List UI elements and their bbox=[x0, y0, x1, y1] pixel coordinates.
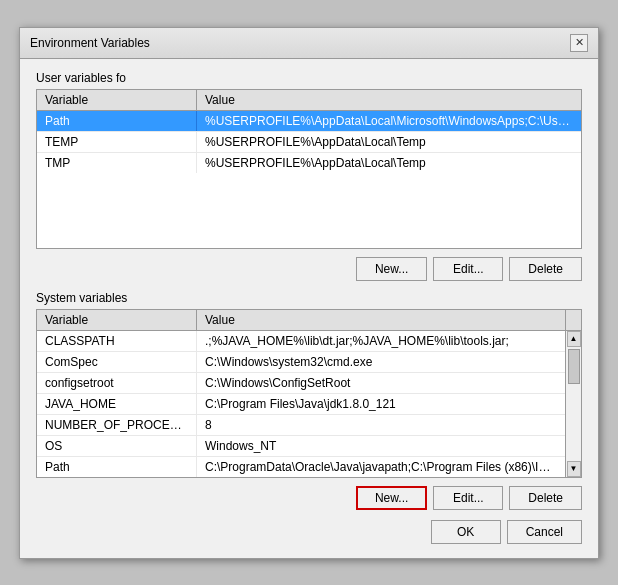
system-delete-button[interactable]: Delete bbox=[509, 486, 582, 510]
table-row[interactable]: TEMP %USERPROFILE%\AppData\Local\Temp bbox=[37, 132, 581, 153]
row-value: .;%JAVA_HOME%\lib\dt.jar;%JAVA_HOME%\lib… bbox=[197, 331, 565, 351]
row-value: %USERPROFILE%\AppData\Local\Temp bbox=[197, 153, 581, 173]
system-table-header: Variable Value bbox=[37, 310, 581, 331]
user-table-header: Variable Value bbox=[37, 90, 581, 111]
system-rows-container: CLASSPATH .;%JAVA_HOME%\lib\dt.jar;%JAVA… bbox=[37, 331, 565, 477]
row-variable: OS bbox=[37, 436, 197, 456]
row-value: C:\Windows\ConfigSetRoot bbox=[197, 373, 565, 393]
close-button[interactable]: ✕ bbox=[570, 34, 588, 52]
row-variable: TEMP bbox=[37, 132, 197, 152]
table-row[interactable]: ComSpec C:\Windows\system32\cmd.exe bbox=[37, 352, 565, 373]
system-button-row: New... Edit... Delete bbox=[36, 486, 582, 510]
row-variable: CLASSPATH bbox=[37, 331, 197, 351]
user-button-row: New... Edit... Delete bbox=[36, 257, 582, 281]
system-edit-button[interactable]: Edit... bbox=[433, 486, 503, 510]
row-value: %USERPROFILE%\AppData\Local\Temp bbox=[197, 132, 581, 152]
scrollbar-down-arrow[interactable]: ▼ bbox=[567, 461, 581, 477]
row-value: C:\Program Files\Java\jdk1.8.0_121 bbox=[197, 394, 565, 414]
system-variables-table: Variable Value CLASSPATH .;%JAVA_HOME%\l… bbox=[36, 309, 582, 478]
system-header-value: Value bbox=[197, 310, 565, 330]
row-variable: ComSpec bbox=[37, 352, 197, 372]
scrollbar-track bbox=[567, 347, 581, 461]
row-value: C:\Windows\system32\cmd.exe bbox=[197, 352, 565, 372]
user-header-value: Value bbox=[197, 90, 581, 110]
row-variable: NUMBER_OF_PROCESSORS bbox=[37, 415, 197, 435]
user-new-button[interactable]: New... bbox=[356, 257, 427, 281]
title-bar: Environment Variables ✕ bbox=[20, 28, 598, 59]
row-value: %USERPROFILE%\AppData\Local\Microsoft\Wi… bbox=[197, 111, 581, 131]
scrollbar[interactable]: ▲ ▼ bbox=[565, 331, 581, 477]
row-variable: Path bbox=[37, 111, 197, 131]
table-row[interactable]: Path C:\ProgramData\Oracle\Java\javapath… bbox=[37, 457, 565, 477]
cancel-button[interactable]: Cancel bbox=[507, 520, 582, 544]
table-row[interactable]: JAVA_HOME C:\Program Files\Java\jdk1.8.0… bbox=[37, 394, 565, 415]
table-row[interactable]: NUMBER_OF_PROCESSORS 8 bbox=[37, 415, 565, 436]
row-value: Windows_NT bbox=[197, 436, 565, 456]
row-value: 8 bbox=[197, 415, 565, 435]
user-header-variable: Variable bbox=[37, 90, 197, 110]
footer-button-row: OK Cancel bbox=[36, 520, 582, 544]
scrollbar-up-arrow[interactable]: ▲ bbox=[567, 331, 581, 347]
row-variable: Path bbox=[37, 457, 197, 477]
row-variable: TMP bbox=[37, 153, 197, 173]
dialog-title: Environment Variables bbox=[30, 36, 150, 50]
user-section-label: User variables fo bbox=[36, 71, 582, 85]
user-variables-table: Variable Value Path %USERPROFILE%\AppDat… bbox=[36, 89, 582, 249]
dialog-body: User variables fo Variable Value Path %U… bbox=[20, 59, 598, 558]
scrollbar-thumb[interactable] bbox=[568, 349, 580, 384]
row-value: C:\ProgramData\Oracle\Java\javapath;C:\P… bbox=[197, 457, 565, 477]
table-row[interactable]: Path %USERPROFILE%\AppData\Local\Microso… bbox=[37, 111, 581, 132]
environment-variables-dialog: Environment Variables ✕ User variables f… bbox=[19, 27, 599, 559]
user-delete-button[interactable]: Delete bbox=[509, 257, 582, 281]
system-section-label: System variables bbox=[36, 291, 582, 305]
system-table-body: CLASSPATH .;%JAVA_HOME%\lib\dt.jar;%JAVA… bbox=[37, 331, 581, 477]
system-header-variable: Variable bbox=[37, 310, 197, 330]
table-row[interactable]: TMP %USERPROFILE%\AppData\Local\Temp bbox=[37, 153, 581, 173]
table-row[interactable]: configsetroot C:\Windows\ConfigSetRoot bbox=[37, 373, 565, 394]
ok-button[interactable]: OK bbox=[431, 520, 501, 544]
row-variable: JAVA_HOME bbox=[37, 394, 197, 414]
user-edit-button[interactable]: Edit... bbox=[433, 257, 503, 281]
table-row[interactable]: CLASSPATH .;%JAVA_HOME%\lib\dt.jar;%JAVA… bbox=[37, 331, 565, 352]
row-variable: configsetroot bbox=[37, 373, 197, 393]
table-row[interactable]: OS Windows_NT bbox=[37, 436, 565, 457]
system-new-button[interactable]: New... bbox=[356, 486, 427, 510]
